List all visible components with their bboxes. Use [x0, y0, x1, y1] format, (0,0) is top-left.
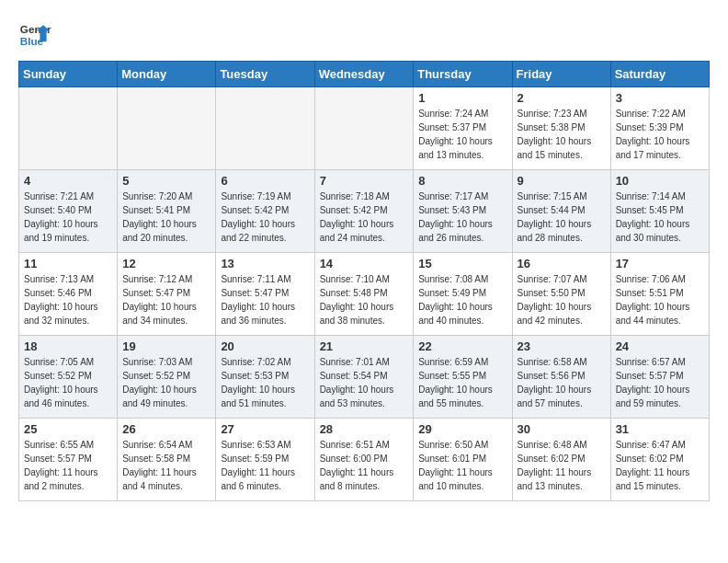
calendar-cell: 28Sunrise: 6:51 AM Sunset: 6:00 PM Dayli…	[314, 419, 414, 501]
calendar-cell: 21Sunrise: 7:01 AM Sunset: 5:54 PM Dayli…	[314, 336, 414, 419]
calendar-cell: 27Sunrise: 6:53 AM Sunset: 5:59 PM Dayli…	[216, 419, 314, 501]
day-number: 5	[122, 174, 210, 188]
calendar-cell: 31Sunrise: 6:47 AM Sunset: 6:02 PM Dayli…	[610, 419, 709, 501]
day-info: Sunrise: 7:08 AM Sunset: 5:49 PM Dayligh…	[418, 272, 506, 327]
day-info: Sunrise: 6:55 AM Sunset: 5:57 PM Dayligh…	[24, 438, 112, 493]
calendar-cell: 30Sunrise: 6:48 AM Sunset: 6:02 PM Dayli…	[512, 419, 610, 501]
day-number: 12	[122, 257, 210, 270]
day-info: Sunrise: 7:07 AM Sunset: 5:50 PM Dayligh…	[518, 272, 606, 327]
day-info: Sunrise: 7:18 AM Sunset: 5:42 PM Dayligh…	[320, 190, 409, 245]
day-info: Sunrise: 7:03 AM Sunset: 5:52 PM Dayligh…	[122, 355, 210, 410]
day-number: 14	[320, 257, 409, 270]
day-info: Sunrise: 7:21 AM Sunset: 5:40 PM Dayligh…	[24, 190, 112, 245]
calendar-cell: 24Sunrise: 6:57 AM Sunset: 5:57 PM Dayli…	[610, 336, 709, 419]
page-header: General Blue	[18, 18, 710, 52]
day-info: Sunrise: 7:19 AM Sunset: 5:42 PM Dayligh…	[221, 190, 309, 245]
calendar-week-4: 18Sunrise: 7:05 AM Sunset: 5:52 PM Dayli…	[19, 336, 710, 419]
calendar-cell: 22Sunrise: 6:59 AM Sunset: 5:55 PM Dayli…	[414, 336, 512, 419]
calendar-cell: 2Sunrise: 7:23 AM Sunset: 5:38 PM Daylig…	[512, 87, 610, 170]
day-info: Sunrise: 6:50 AM Sunset: 6:01 PM Dayligh…	[418, 438, 506, 493]
day-info: Sunrise: 7:01 AM Sunset: 5:54 PM Dayligh…	[320, 355, 409, 410]
day-info: Sunrise: 7:10 AM Sunset: 5:48 PM Dayligh…	[320, 272, 409, 327]
day-info: Sunrise: 7:20 AM Sunset: 5:41 PM Dayligh…	[122, 190, 210, 245]
day-info: Sunrise: 7:12 AM Sunset: 5:47 PM Dayligh…	[122, 272, 210, 327]
calendar-cell	[216, 87, 314, 170]
weekday-header-thursday: Thursday	[414, 62, 512, 87]
day-number: 26	[122, 422, 210, 436]
calendar-cell	[118, 87, 216, 170]
calendar-cell: 5Sunrise: 7:20 AM Sunset: 5:41 PM Daylig…	[118, 170, 216, 253]
day-info: Sunrise: 6:47 AM Sunset: 6:02 PM Dayligh…	[616, 438, 704, 493]
calendar-cell: 9Sunrise: 7:15 AM Sunset: 5:44 PM Daylig…	[512, 170, 610, 253]
day-number: 18	[24, 339, 112, 353]
weekday-header-saturday: Saturday	[610, 62, 709, 87]
day-info: Sunrise: 6:48 AM Sunset: 6:02 PM Dayligh…	[518, 438, 606, 493]
calendar-cell	[19, 87, 118, 170]
calendar-cell: 10Sunrise: 7:14 AM Sunset: 5:45 PM Dayli…	[610, 170, 709, 253]
day-number: 23	[518, 339, 606, 353]
calendar-cell	[314, 87, 414, 170]
calendar-cell: 4Sunrise: 7:21 AM Sunset: 5:40 PM Daylig…	[19, 170, 118, 253]
calendar-cell: 16Sunrise: 7:07 AM Sunset: 5:50 PM Dayli…	[512, 253, 610, 336]
calendar-week-1: 1Sunrise: 7:24 AM Sunset: 5:37 PM Daylig…	[19, 87, 710, 170]
day-number: 30	[518, 422, 606, 436]
logo-icon: General Blue	[18, 18, 51, 52]
day-number: 24	[616, 339, 704, 353]
day-info: Sunrise: 7:23 AM Sunset: 5:38 PM Dayligh…	[518, 107, 606, 162]
day-number: 15	[418, 257, 506, 270]
calendar-cell: 29Sunrise: 6:50 AM Sunset: 6:01 PM Dayli…	[414, 419, 512, 501]
day-info: Sunrise: 6:59 AM Sunset: 5:55 PM Dayligh…	[418, 355, 506, 410]
weekday-header-wednesday: Wednesday	[314, 62, 414, 87]
calendar-week-5: 25Sunrise: 6:55 AM Sunset: 5:57 PM Dayli…	[19, 419, 710, 501]
day-number: 8	[418, 174, 506, 188]
calendar-table: SundayMondayTuesdayWednesdayThursdayFrid…	[18, 61, 710, 501]
day-info: Sunrise: 7:17 AM Sunset: 5:43 PM Dayligh…	[418, 190, 506, 245]
day-info: Sunrise: 7:06 AM Sunset: 5:51 PM Dayligh…	[616, 272, 704, 327]
logo: General Blue	[18, 18, 51, 52]
day-info: Sunrise: 7:22 AM Sunset: 5:39 PM Dayligh…	[616, 107, 704, 162]
day-number: 6	[221, 174, 309, 188]
calendar-cell: 18Sunrise: 7:05 AM Sunset: 5:52 PM Dayli…	[19, 336, 118, 419]
day-number: 11	[24, 257, 112, 270]
day-info: Sunrise: 6:57 AM Sunset: 5:57 PM Dayligh…	[616, 355, 704, 410]
calendar-cell: 20Sunrise: 7:02 AM Sunset: 5:53 PM Dayli…	[216, 336, 314, 419]
calendar-cell: 12Sunrise: 7:12 AM Sunset: 5:47 PM Dayli…	[118, 253, 216, 336]
calendar-cell: 17Sunrise: 7:06 AM Sunset: 5:51 PM Dayli…	[610, 253, 709, 336]
day-info: Sunrise: 6:54 AM Sunset: 5:58 PM Dayligh…	[122, 438, 210, 493]
calendar-week-3: 11Sunrise: 7:13 AM Sunset: 5:46 PM Dayli…	[19, 253, 710, 336]
day-number: 3	[616, 91, 704, 105]
day-info: Sunrise: 7:05 AM Sunset: 5:52 PM Dayligh…	[24, 355, 112, 410]
day-info: Sunrise: 6:53 AM Sunset: 5:59 PM Dayligh…	[221, 438, 309, 493]
calendar-cell: 15Sunrise: 7:08 AM Sunset: 5:49 PM Dayli…	[414, 253, 512, 336]
calendar-cell: 26Sunrise: 6:54 AM Sunset: 5:58 PM Dayli…	[118, 419, 216, 501]
calendar-cell: 1Sunrise: 7:24 AM Sunset: 5:37 PM Daylig…	[414, 87, 512, 170]
day-number: 17	[616, 257, 704, 270]
weekday-header-sunday: Sunday	[19, 62, 118, 87]
calendar-cell: 3Sunrise: 7:22 AM Sunset: 5:39 PM Daylig…	[610, 87, 709, 170]
day-number: 10	[616, 174, 704, 188]
calendar-cell: 7Sunrise: 7:18 AM Sunset: 5:42 PM Daylig…	[314, 170, 414, 253]
calendar-cell: 23Sunrise: 6:58 AM Sunset: 5:56 PM Dayli…	[512, 336, 610, 419]
day-number: 25	[24, 422, 112, 436]
day-info: Sunrise: 6:58 AM Sunset: 5:56 PM Dayligh…	[518, 355, 606, 410]
calendar-cell: 11Sunrise: 7:13 AM Sunset: 5:46 PM Dayli…	[19, 253, 118, 336]
day-number: 28	[320, 422, 409, 436]
calendar-cell: 13Sunrise: 7:11 AM Sunset: 5:47 PM Dayli…	[216, 253, 314, 336]
day-number: 2	[518, 91, 606, 105]
day-number: 31	[616, 422, 704, 436]
day-number: 7	[320, 174, 409, 188]
day-info: Sunrise: 7:14 AM Sunset: 5:45 PM Dayligh…	[616, 190, 704, 245]
day-info: Sunrise: 7:02 AM Sunset: 5:53 PM Dayligh…	[221, 355, 309, 410]
calendar-week-2: 4Sunrise: 7:21 AM Sunset: 5:40 PM Daylig…	[19, 170, 710, 253]
day-number: 20	[221, 339, 309, 353]
day-info: Sunrise: 7:24 AM Sunset: 5:37 PM Dayligh…	[418, 107, 506, 162]
day-number: 21	[320, 339, 409, 353]
calendar-cell: 19Sunrise: 7:03 AM Sunset: 5:52 PM Dayli…	[118, 336, 216, 419]
day-number: 4	[24, 174, 112, 188]
weekday-header-friday: Friday	[512, 62, 610, 87]
day-number: 27	[221, 422, 309, 436]
day-number: 16	[518, 257, 606, 270]
day-info: Sunrise: 7:13 AM Sunset: 5:46 PM Dayligh…	[24, 272, 112, 327]
calendar-cell: 14Sunrise: 7:10 AM Sunset: 5:48 PM Dayli…	[314, 253, 414, 336]
day-number: 19	[122, 339, 210, 353]
